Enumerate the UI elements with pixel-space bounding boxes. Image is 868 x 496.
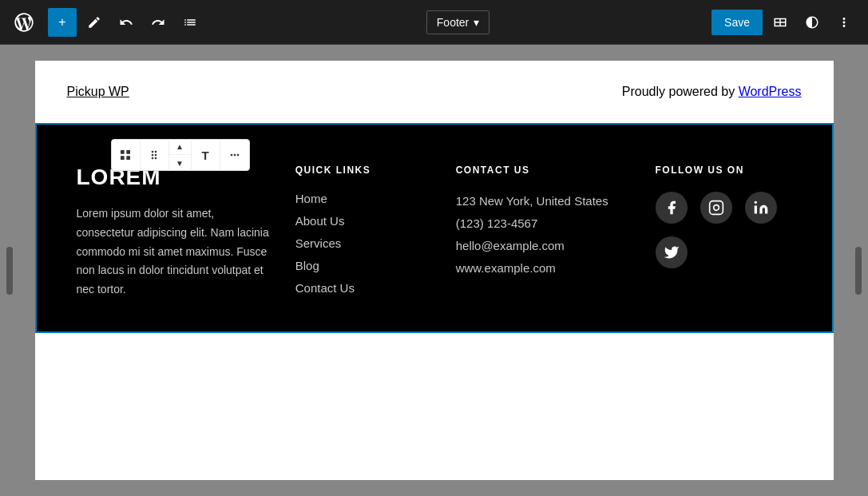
toolbar-right: Save bbox=[711, 8, 858, 37]
list-view-button[interactable] bbox=[176, 8, 204, 37]
wordpress-link[interactable]: WordPress bbox=[739, 85, 802, 98]
scroll-left-indicator[interactable] bbox=[6, 247, 13, 295]
footer-brand-column: LOREM Lorem ipsum dolor sit amet, consec… bbox=[77, 165, 271, 300]
list-item: Home bbox=[295, 192, 432, 206]
wordpress-logo[interactable] bbox=[10, 8, 38, 37]
canvas-area: Pickup WP Proudly powered by WordPress ▲ bbox=[0, 45, 868, 496]
blog-link[interactable]: Blog bbox=[295, 259, 319, 272]
svg-point-2 bbox=[754, 201, 756, 204]
contact-phone: (123) 123-4567 bbox=[456, 214, 632, 233]
svg-rect-0 bbox=[709, 201, 723, 215]
block-text-button[interactable]: T bbox=[192, 139, 220, 171]
powered-text-label: Proudly powered by bbox=[622, 85, 739, 98]
footer-brand-description: Lorem ipsum dolor sit amet, consectetur … bbox=[77, 204, 271, 300]
save-button[interactable]: Save bbox=[711, 10, 763, 35]
block-up-down-buttons: ▲ ▼ bbox=[169, 139, 192, 171]
footer-selector-label: Footer bbox=[437, 16, 469, 29]
social-icons-container bbox=[656, 192, 792, 268]
block-move-down-button[interactable]: ▼ bbox=[169, 155, 192, 171]
quick-links-title: QUICK LINKS bbox=[295, 165, 432, 176]
more-options-button[interactable] bbox=[830, 8, 858, 37]
scroll-right-indicator[interactable] bbox=[855, 247, 862, 295]
page-header: Pickup WP Proudly powered by WordPress bbox=[35, 61, 834, 115]
footer-contact-column: CONTACT US 123 New York, United States (… bbox=[456, 165, 632, 300]
follow-us-title: FOLLOW US ON bbox=[656, 165, 792, 176]
about-link[interactable]: About Us bbox=[295, 214, 345, 228]
list-item: About Us bbox=[295, 214, 432, 228]
contact-address: 123 New York, United States bbox=[456, 192, 632, 211]
block-drag-handle[interactable] bbox=[141, 139, 169, 171]
facebook-icon[interactable] bbox=[656, 192, 688, 224]
services-link[interactable]: Services bbox=[295, 236, 342, 250]
quick-links-list: Home About Us Services Blog Contact Us bbox=[295, 192, 432, 296]
toolbar-center: Footer ▾ bbox=[208, 10, 708, 34]
linkedin-icon[interactable] bbox=[745, 192, 777, 224]
instagram-icon[interactable] bbox=[700, 192, 732, 224]
contact-email: hello@example.com bbox=[456, 236, 632, 256]
page-canvas: Pickup WP Proudly powered by WordPress ▲ bbox=[35, 61, 834, 480]
redo-button[interactable] bbox=[144, 8, 172, 37]
chevron-down-icon: ▾ bbox=[474, 16, 479, 29]
contact-website: www.example.com bbox=[456, 259, 632, 278]
footer-quick-links-column: QUICK LINKS Home About Us Services Blog … bbox=[295, 165, 432, 300]
view-toggle-button[interactable] bbox=[766, 8, 795, 37]
list-item: Contact Us bbox=[295, 281, 432, 296]
contact-us-title: CONTACT US bbox=[456, 165, 632, 176]
add-block-button[interactable]: + bbox=[48, 8, 77, 37]
block-toolbar: ▲ ▼ T bbox=[111, 139, 250, 171]
home-link[interactable]: Home bbox=[295, 192, 327, 205]
footer-selector-button[interactable]: Footer ▾ bbox=[426, 10, 489, 34]
main-toolbar: + Footer ▾ Save bbox=[0, 0, 868, 45]
footer-grid: LOREM Lorem ipsum dolor sit amet, consec… bbox=[77, 165, 792, 300]
block-move-up-button[interactable]: ▲ bbox=[169, 139, 192, 155]
list-item: Services bbox=[295, 236, 432, 251]
site-title[interactable]: Pickup WP bbox=[67, 85, 129, 99]
block-grid-button[interactable] bbox=[112, 139, 141, 171]
contrast-button[interactable] bbox=[798, 8, 826, 37]
block-more-button[interactable] bbox=[220, 139, 249, 171]
twitter-icon[interactable] bbox=[656, 236, 688, 268]
edit-mode-button[interactable] bbox=[80, 8, 109, 37]
footer-follow-column: FOLLOW US ON bbox=[656, 165, 792, 300]
undo-button[interactable] bbox=[112, 8, 141, 37]
list-item: Blog bbox=[295, 259, 432, 273]
powered-by-text: Proudly powered by WordPress bbox=[622, 85, 802, 99]
contact-link[interactable]: Contact Us bbox=[295, 281, 355, 295]
